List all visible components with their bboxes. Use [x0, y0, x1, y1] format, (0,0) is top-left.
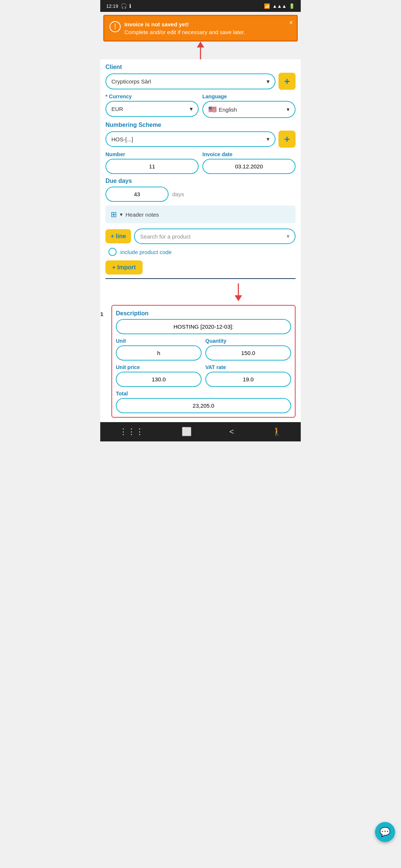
numbering-row: HOS-[...] ▾ + — [105, 131, 296, 148]
description-field-label: Description — [116, 310, 291, 317]
home-icon: ⬜ — [182, 427, 192, 437]
time-display: 12:19 — [106, 3, 118, 9]
vat-rate-col: VAT rate — [205, 364, 291, 387]
arrow-down-indicator — [182, 283, 296, 301]
bottom-nav: ⋮⋮⋮ ⬜ < 🚶 — [100, 422, 301, 441]
due-days-input[interactable] — [105, 187, 169, 202]
description-input[interactable] — [116, 319, 291, 334]
currency-language-row: * Currency EUR ▾ Language 🇺🇸 English ▾ — [105, 93, 296, 118]
vat-rate-input[interactable] — [205, 372, 291, 387]
currency-dropdown[interactable]: EUR ▾ — [105, 101, 199, 117]
due-days-label: Due days — [105, 178, 296, 184]
include-product-code-row: include product code — [105, 248, 296, 256]
header-notes-label: Header notes — [125, 211, 159, 218]
line-item-wrapper: 1 Description Unit Quantity Unit price — [105, 305, 296, 418]
nav-home-button[interactable]: ⬜ — [182, 427, 192, 437]
nav-back-button[interactable]: < — [229, 427, 234, 437]
menu-icon: ⋮⋮⋮ — [119, 427, 144, 437]
numbering-dropdown[interactable]: HOS-[...] ▾ — [105, 131, 276, 147]
client-label: Client — [105, 64, 296, 70]
invoice-date-input[interactable] — [202, 159, 296, 174]
status-right: 📶 ▲▲▲ 🔋 — [264, 3, 295, 9]
nav-person-button[interactable]: 🚶 — [272, 427, 282, 437]
currency-label: * Currency — [105, 93, 199, 99]
days-text: days — [172, 191, 184, 197]
arrow-up-indicator — [103, 42, 298, 59]
unit-price-col: Unit price — [116, 364, 202, 387]
notes-icon: ⊞ — [111, 210, 117, 219]
add-client-button[interactable]: + — [278, 73, 296, 90]
unit-price-input[interactable] — [116, 372, 202, 387]
number-input[interactable] — [105, 159, 199, 174]
line-product-row: + line Search for a product ▾ — [105, 228, 296, 244]
number-col: Number — [105, 151, 199, 174]
svg-marker-3 — [235, 295, 242, 301]
unit-col: Unit — [116, 338, 202, 361]
invoice-date-col: Invoice date — [202, 151, 296, 174]
line-item-section: Description Unit Quantity Unit price — [111, 305, 296, 418]
currency-col: * Currency EUR ▾ — [105, 93, 199, 118]
person-icon: 🚶 — [272, 427, 282, 437]
vat-rate-label: VAT rate — [205, 364, 291, 370]
price-vat-row: Unit price VAT rate — [116, 364, 291, 387]
quantity-label: Quantity — [205, 338, 291, 344]
client-dropdown[interactable]: Crypticorps Sàrl ▾ — [105, 73, 276, 89]
flag-icon: 🇺🇸 — [208, 105, 216, 114]
bluetooth-icon: 🎧 — [121, 3, 127, 9]
language-dropdown[interactable]: 🇺🇸 English ▾ — [202, 101, 296, 118]
unit-input[interactable] — [116, 345, 202, 361]
total-label: Total — [116, 391, 291, 397]
numbering-chevron-icon: ▾ — [267, 136, 270, 142]
language-col: Language 🇺🇸 English ▾ — [202, 93, 296, 118]
warning-close-button[interactable]: × — [289, 19, 293, 27]
search-product-chevron-icon: ▾ — [287, 233, 290, 240]
svg-marker-1 — [197, 42, 204, 47]
add-numbering-button[interactable]: + — [278, 131, 296, 148]
due-days-row: days — [105, 187, 296, 202]
add-line-button[interactable]: + line — [105, 229, 131, 243]
invoice-date-label: Invoice date — [202, 151, 296, 157]
warning-text: Invoice is not saved yet! Complete and/o… — [124, 20, 245, 36]
info-icon: ℹ — [129, 3, 131, 9]
battery-icon: 🔋 — [289, 3, 295, 9]
language-label: Language — [202, 93, 296, 99]
signal-icon: ▲▲▲ — [272, 3, 287, 9]
import-button[interactable]: + Import — [105, 260, 143, 274]
client-chevron-icon: ▾ — [267, 78, 270, 85]
currency-chevron-icon: ▾ — [190, 105, 193, 112]
line-item-number: 1 — [100, 311, 103, 317]
notes-chevron-icon: ▾ — [120, 211, 123, 217]
total-input[interactable] — [116, 398, 291, 413]
warning-banner: ! Invoice is not saved yet! Complete and… — [103, 15, 298, 42]
unit-quantity-row: Unit Quantity — [116, 338, 291, 361]
wifi-icon: 📶 — [264, 3, 270, 9]
status-left: 12:19 🎧 ℹ — [106, 3, 131, 9]
status-bar: 12:19 🎧 ℹ 📶 ▲▲▲ 🔋 — [100, 0, 301, 12]
client-row: Crypticorps Sàrl ▾ + — [105, 73, 296, 90]
search-product-dropdown[interactable]: Search for a product ▾ — [134, 228, 296, 244]
language-chevron-icon: ▾ — [287, 106, 290, 113]
quantity-col: Quantity — [205, 338, 291, 361]
nav-menu-button[interactable]: ⋮⋮⋮ — [119, 427, 144, 437]
include-product-code-label: include product code — [120, 249, 172, 255]
number-date-row: Number Invoice date — [105, 151, 296, 174]
form-content: Client Crypticorps Sàrl ▾ + * Currency E… — [100, 59, 301, 422]
unit-price-label: Unit price — [116, 364, 202, 370]
header-notes-bar[interactable]: ⊞ ▾ Header notes — [105, 206, 296, 223]
unit-label: Unit — [116, 338, 202, 344]
divider — [105, 278, 296, 279]
number-field-label: Number — [105, 151, 199, 157]
include-product-code-radio[interactable] — [108, 248, 117, 256]
warning-icon: ! — [110, 21, 121, 32]
back-icon: < — [229, 427, 234, 437]
quantity-input[interactable] — [205, 345, 291, 361]
numbering-label: Numbering Scheme — [105, 122, 296, 128]
